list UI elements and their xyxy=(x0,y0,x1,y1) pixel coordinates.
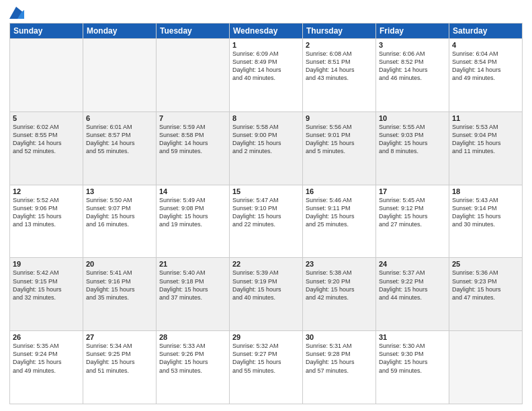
week-row-3: 12Sunrise: 5:52 AM Sunset: 9:06 PM Dayli… xyxy=(10,185,523,258)
day-header-sunday: Sunday xyxy=(10,24,83,39)
day-info: Sunrise: 5:42 AM Sunset: 9:15 PM Dayligh… xyxy=(13,269,80,302)
day-info: Sunrise: 6:02 AM Sunset: 8:55 PM Dayligh… xyxy=(13,123,80,156)
day-number: 20 xyxy=(86,260,153,268)
day-number: 15 xyxy=(232,187,300,195)
calendar-cell: 3Sunrise: 6:06 AM Sunset: 8:52 PM Daylig… xyxy=(376,39,449,112)
day-number: 2 xyxy=(306,41,373,49)
calendar-cell: 22Sunrise: 5:39 AM Sunset: 9:19 PM Dayli… xyxy=(230,258,303,331)
calendar-cell: 31Sunrise: 5:30 AM Sunset: 9:30 PM Dayli… xyxy=(376,331,449,404)
day-number: 10 xyxy=(379,114,446,122)
day-number: 31 xyxy=(379,333,446,341)
calendar-cell: 6Sunrise: 6:01 AM Sunset: 8:57 PM Daylig… xyxy=(83,111,157,185)
page: SundayMondayTuesdayWednesdayThursdayFrid… xyxy=(0,0,532,411)
day-number: 21 xyxy=(159,260,226,268)
week-row-1: 1Sunrise: 6:09 AM Sunset: 8:49 PM Daylig… xyxy=(10,39,523,112)
day-info: Sunrise: 5:31 AM Sunset: 9:28 PM Dayligh… xyxy=(306,342,373,375)
calendar-cell: 13Sunrise: 5:50 AM Sunset: 9:07 PM Dayli… xyxy=(83,185,157,258)
day-info: Sunrise: 5:58 AM Sunset: 9:00 PM Dayligh… xyxy=(232,123,300,156)
calendar-cell: 16Sunrise: 5:46 AM Sunset: 9:11 PM Dayli… xyxy=(303,185,376,258)
day-info: Sunrise: 5:53 AM Sunset: 9:04 PM Dayligh… xyxy=(452,123,519,156)
logo xyxy=(9,7,24,19)
day-info: Sunrise: 5:56 AM Sunset: 9:01 PM Dayligh… xyxy=(306,123,373,156)
day-number: 4 xyxy=(452,41,519,49)
calendar-cell: 25Sunrise: 5:36 AM Sunset: 9:23 PM Dayli… xyxy=(449,258,523,331)
day-header-wednesday: Wednesday xyxy=(230,24,303,39)
day-info: Sunrise: 5:35 AM Sunset: 9:24 PM Dayligh… xyxy=(13,342,80,375)
day-info: Sunrise: 5:37 AM Sunset: 9:22 PM Dayligh… xyxy=(379,269,446,302)
calendar-cell: 30Sunrise: 5:31 AM Sunset: 9:28 PM Dayli… xyxy=(303,331,376,404)
day-header-saturday: Saturday xyxy=(449,24,523,39)
week-row-2: 5Sunrise: 6:02 AM Sunset: 8:55 PM Daylig… xyxy=(10,111,523,185)
day-header-thursday: Thursday xyxy=(303,24,376,39)
week-row-5: 26Sunrise: 5:35 AM Sunset: 9:24 PM Dayli… xyxy=(10,331,523,404)
calendar-cell: 21Sunrise: 5:40 AM Sunset: 9:18 PM Dayli… xyxy=(157,258,230,331)
day-number: 24 xyxy=(379,260,446,268)
calendar-cell xyxy=(157,39,230,112)
day-header-monday: Monday xyxy=(83,24,157,39)
calendar-cell: 20Sunrise: 5:41 AM Sunset: 9:16 PM Dayli… xyxy=(83,258,157,331)
day-info: Sunrise: 5:36 AM Sunset: 9:23 PM Dayligh… xyxy=(452,269,519,302)
day-number: 22 xyxy=(232,260,300,268)
day-number: 26 xyxy=(13,333,80,341)
calendar-cell: 29Sunrise: 5:32 AM Sunset: 9:27 PM Dayli… xyxy=(230,331,303,404)
calendar-cell: 12Sunrise: 5:52 AM Sunset: 9:06 PM Dayli… xyxy=(10,185,83,258)
day-info: Sunrise: 5:41 AM Sunset: 9:16 PM Dayligh… xyxy=(86,269,153,302)
day-info: Sunrise: 5:45 AM Sunset: 9:12 PM Dayligh… xyxy=(379,196,446,229)
calendar-cell: 11Sunrise: 5:53 AM Sunset: 9:04 PM Dayli… xyxy=(449,111,523,185)
day-number: 19 xyxy=(13,260,80,268)
calendar-cell: 27Sunrise: 5:34 AM Sunset: 9:25 PM Dayli… xyxy=(83,331,157,404)
day-number: 29 xyxy=(232,333,300,341)
calendar-cell: 4Sunrise: 6:04 AM Sunset: 8:54 PM Daylig… xyxy=(449,39,523,112)
calendar-cell: 14Sunrise: 5:49 AM Sunset: 9:08 PM Dayli… xyxy=(157,185,230,258)
day-header-friday: Friday xyxy=(376,24,449,39)
calendar-cell xyxy=(10,39,83,112)
day-info: Sunrise: 5:30 AM Sunset: 9:30 PM Dayligh… xyxy=(379,342,446,375)
calendar-cell: 10Sunrise: 5:55 AM Sunset: 9:03 PM Dayli… xyxy=(376,111,449,185)
logo-icon xyxy=(9,7,24,19)
day-info: Sunrise: 5:43 AM Sunset: 9:14 PM Dayligh… xyxy=(452,196,519,229)
day-number: 28 xyxy=(159,333,226,341)
day-info: Sunrise: 6:06 AM Sunset: 8:52 PM Dayligh… xyxy=(379,50,446,83)
day-info: Sunrise: 5:34 AM Sunset: 9:25 PM Dayligh… xyxy=(86,342,153,375)
day-info: Sunrise: 5:33 AM Sunset: 9:26 PM Dayligh… xyxy=(159,342,226,375)
calendar-cell: 9Sunrise: 5:56 AM Sunset: 9:01 PM Daylig… xyxy=(303,111,376,185)
day-info: Sunrise: 6:09 AM Sunset: 8:49 PM Dayligh… xyxy=(232,50,300,83)
day-number: 7 xyxy=(159,114,226,122)
calendar-cell: 8Sunrise: 5:58 AM Sunset: 9:00 PM Daylig… xyxy=(230,111,303,185)
calendar-cell: 15Sunrise: 5:47 AM Sunset: 9:10 PM Dayli… xyxy=(230,185,303,258)
day-info: Sunrise: 6:04 AM Sunset: 8:54 PM Dayligh… xyxy=(452,50,519,83)
day-number: 23 xyxy=(306,260,373,268)
day-info: Sunrise: 6:08 AM Sunset: 8:51 PM Dayligh… xyxy=(306,50,373,83)
day-number: 12 xyxy=(13,187,80,195)
day-info: Sunrise: 5:49 AM Sunset: 9:08 PM Dayligh… xyxy=(159,196,226,229)
day-number: 16 xyxy=(306,187,373,195)
day-info: Sunrise: 5:55 AM Sunset: 9:03 PM Dayligh… xyxy=(379,123,446,156)
day-number: 3 xyxy=(379,41,446,49)
day-number: 30 xyxy=(306,333,373,341)
day-header-tuesday: Tuesday xyxy=(157,24,230,39)
calendar-cell: 26Sunrise: 5:35 AM Sunset: 9:24 PM Dayli… xyxy=(10,331,83,404)
day-number: 8 xyxy=(232,114,300,122)
day-info: Sunrise: 5:59 AM Sunset: 8:58 PM Dayligh… xyxy=(159,123,226,156)
header xyxy=(9,7,523,19)
day-number: 13 xyxy=(86,187,153,195)
day-number: 5 xyxy=(13,114,80,122)
calendar-cell: 2Sunrise: 6:08 AM Sunset: 8:51 PM Daylig… xyxy=(303,39,376,112)
calendar-cell: 17Sunrise: 5:45 AM Sunset: 9:12 PM Dayli… xyxy=(376,185,449,258)
day-info: Sunrise: 5:46 AM Sunset: 9:11 PM Dayligh… xyxy=(306,196,373,229)
day-number: 11 xyxy=(452,114,519,122)
day-number: 18 xyxy=(452,187,519,195)
day-info: Sunrise: 5:40 AM Sunset: 9:18 PM Dayligh… xyxy=(159,269,226,302)
day-number: 27 xyxy=(86,333,153,341)
calendar-cell: 18Sunrise: 5:43 AM Sunset: 9:14 PM Dayli… xyxy=(449,185,523,258)
calendar-cell: 5Sunrise: 6:02 AM Sunset: 8:55 PM Daylig… xyxy=(10,111,83,185)
calendar-cell xyxy=(83,39,157,112)
calendar-cell: 28Sunrise: 5:33 AM Sunset: 9:26 PM Dayli… xyxy=(157,331,230,404)
day-number: 1 xyxy=(232,41,300,49)
day-info: Sunrise: 6:01 AM Sunset: 8:57 PM Dayligh… xyxy=(86,123,153,156)
day-info: Sunrise: 5:50 AM Sunset: 9:07 PM Dayligh… xyxy=(86,196,153,229)
week-row-4: 19Sunrise: 5:42 AM Sunset: 9:15 PM Dayli… xyxy=(10,258,523,331)
day-info: Sunrise: 5:52 AM Sunset: 9:06 PM Dayligh… xyxy=(13,196,80,229)
calendar-cell: 7Sunrise: 5:59 AM Sunset: 8:58 PM Daylig… xyxy=(157,111,230,185)
calendar-cell: 1Sunrise: 6:09 AM Sunset: 8:49 PM Daylig… xyxy=(230,39,303,112)
